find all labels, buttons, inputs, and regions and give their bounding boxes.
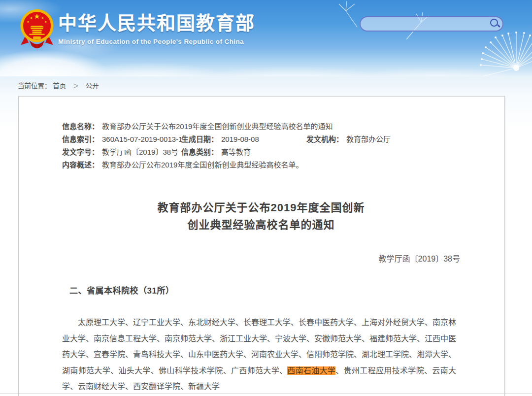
search-icon	[489, 18, 501, 30]
site-title: 中华人民共和国教育部	[58, 8, 255, 35]
meta-label-category: 信息类别：	[181, 146, 218, 159]
meta-label-index: 信息索引：	[62, 133, 99, 146]
meta-label-docno: 发文字号：	[62, 146, 99, 159]
highlighted-university: 西南石油大学	[287, 366, 335, 375]
document-title-line1: 教育部办公厅关于公布2019年度全国创新	[62, 199, 460, 216]
dandelion-head	[480, 32, 532, 76]
meta-value-index: 360A15-07-2019-0013-1	[102, 133, 182, 146]
content-panel: 信息名称： 教育部办公厅关于公布2019年度全国创新创业典型经验高校名单的通知 …	[18, 96, 505, 396]
main-area: 当前位置： 首页 ＞ 公开 信息名称： 教育部办公厅关于公布2019年度全国创新…	[0, 76, 532, 396]
section-heading: 二、省属本科院校（31所）	[62, 284, 460, 296]
meta-value-category: 高等教育	[221, 146, 251, 159]
breadcrumb-link-home[interactable]: 首页	[53, 82, 66, 90]
search-button[interactable]	[489, 18, 501, 30]
meta-value-summary: 教育部办公厅公布2019年度全国创新创业典型经验高校名单。	[102, 159, 303, 171]
breadcrumb-separator: ＞	[73, 83, 79, 90]
document-metadata: 信息名称： 教育部办公厅关于公布2019年度全国创新创业典型经验高校名单的通知 …	[62, 120, 460, 171]
breadcrumb-location-label: 当前位置：	[18, 82, 51, 90]
site-header: 中华人民共和国教育部 Ministry of Education of the …	[0, 0, 532, 76]
meta-label-agency: 发文机构：	[306, 133, 343, 146]
university-list-paragraph: 太原理工大学、辽宁工业大学、东北财经大学、长春理工大学、长春中医药大学、上海对外…	[62, 315, 456, 395]
meta-value-name: 教育部办公厅关于公布2019年度全国创新创业典型经验高校名单的通知	[102, 120, 332, 133]
dandelion-graphic	[335, 0, 532, 76]
meta-label-summary: 内容概述：	[62, 159, 99, 171]
document-title-line2: 创业典型经验高校名单的通知	[62, 216, 460, 233]
meta-row-name: 信息名称： 教育部办公厅关于公布2019年度全国创新创业典型经验高校名单的通知	[62, 120, 460, 133]
meta-value-agency: 教育部办公厅	[346, 133, 391, 146]
document-number: 教学厅函〔2019〕38号	[62, 252, 460, 264]
document-title: 教育部办公厅关于公布2019年度全国创新 创业典型经验高校名单的通知	[62, 199, 460, 233]
page: 中华人民共和国教育部 Ministry of Education of the …	[0, 0, 532, 396]
meta-row-docno-category: 发文字号： 教学厅函〔2019〕38号 信息类别： 高等教育	[62, 146, 460, 159]
meta-label-name: 信息名称：	[62, 120, 99, 133]
breadcrumb: 当前位置： 首页 ＞ 公开	[0, 76, 532, 96]
meta-label-date: 生成日期：	[181, 133, 218, 146]
breadcrumb-link-section[interactable]: 公开	[86, 82, 99, 90]
national-emblem-logo	[18, 7, 56, 52]
search-box	[360, 16, 503, 32]
site-subtitle-english: Ministry of Education of the People's Re…	[58, 38, 255, 45]
meta-value-docno: 教学厅函〔2019〕38号	[102, 146, 178, 159]
floating-seed-2	[339, 1, 357, 27]
brand-block: 中华人民共和国教育部 Ministry of Education of the …	[58, 8, 255, 45]
meta-row-summary: 内容概述： 教育部办公厅公布2019年度全国创新创业典型经验高校名单。	[62, 159, 460, 171]
footer-divider	[0, 394, 532, 394]
meta-value-date: 2019-08-08	[221, 133, 259, 146]
search-input[interactable]	[360, 16, 503, 32]
meta-row-index-date-agency: 信息索引： 360A15-07-2019-0013-1 生成日期： 2019-0…	[62, 133, 460, 146]
